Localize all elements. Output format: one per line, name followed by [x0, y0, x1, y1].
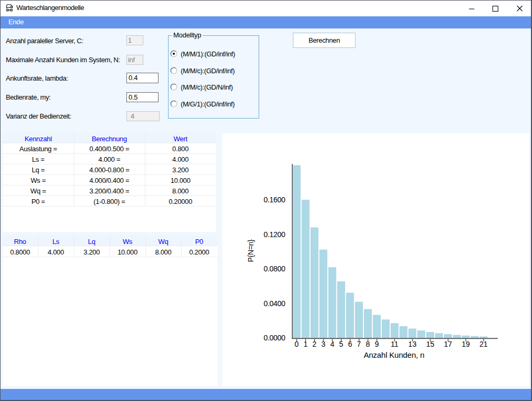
svg-text:9: 9 [375, 340, 379, 348]
svg-text:0.1600: 0.1600 [263, 195, 285, 204]
svg-text:21: 21 [479, 340, 488, 348]
svg-text:5: 5 [339, 340, 343, 348]
svg-text:2: 2 [312, 340, 317, 348]
svg-text:1: 1 [303, 340, 308, 348]
svg-text:19: 19 [462, 340, 470, 348]
svg-text:0.0800: 0.0800 [263, 265, 285, 273]
svg-text:17: 17 [444, 340, 452, 348]
svg-text:0: 0 [294, 340, 299, 348]
svg-text:0.0400: 0.0400 [263, 299, 285, 308]
svg-text:13: 13 [408, 340, 417, 348]
svg-text:11: 11 [391, 340, 399, 348]
svg-text:8: 8 [366, 340, 370, 348]
svg-text:0.0000: 0.0000 [263, 334, 285, 342]
svg-text:6: 6 [348, 340, 352, 348]
svg-text:0.1200: 0.1200 [263, 230, 285, 239]
svg-text:P{N=n}: P{N=n} [247, 239, 255, 262]
svg-text:7: 7 [357, 340, 361, 348]
svg-text:3: 3 [321, 340, 326, 348]
svg-text:4: 4 [330, 340, 334, 348]
svg-text:Anzahl Kunden, n: Anzahl Kunden, n [363, 350, 424, 359]
svg-text:15: 15 [426, 340, 435, 348]
